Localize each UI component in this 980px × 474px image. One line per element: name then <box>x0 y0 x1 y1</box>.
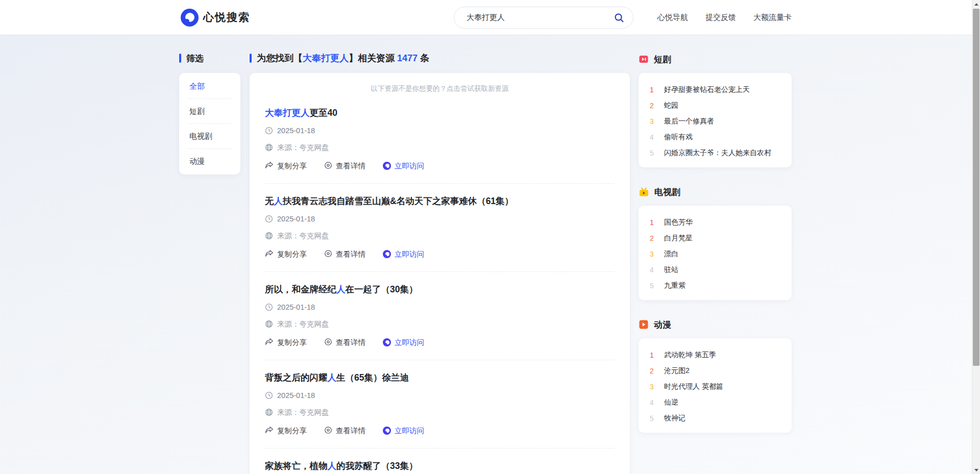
rank-list-item[interactable]: 2蛇园 <box>650 97 780 113</box>
rank-list-item[interactable]: 5牧神记 <box>650 410 780 426</box>
result-title[interactable]: 家族将亡，植物人的我苏醒了（33集） <box>265 460 615 472</box>
rank-list-item[interactable]: 1好孕甜妻被钻石老公宠上天 <box>650 82 780 97</box>
view-detail-button[interactable]: 查看详情 <box>324 161 365 171</box>
rank-item-title: 漂白 <box>664 250 678 259</box>
result-title-text: 人 <box>336 284 346 294</box>
header-nav: 心悦导航提交反馈大额流量卡 <box>657 0 792 35</box>
nav-link[interactable]: 大额流量卡 <box>753 13 792 22</box>
visit-button[interactable]: 立即访问 <box>383 161 424 171</box>
result-title-text: 背叛之后的闪耀 <box>265 372 328 383</box>
view-detail-button[interactable]: 查看详情 <box>324 250 365 259</box>
rank-header-动漫: 动漫 <box>639 318 792 331</box>
rank-list-item[interactable]: 5闪婚京圈太子爷：夫人她来自农村 <box>650 145 780 161</box>
results-list: 大奉打更人更至402025-01-18来源：夸克网盘复制分享查看详情立即访问无人… <box>265 95 615 474</box>
visit-icon <box>383 162 391 170</box>
rank-list-item[interactable]: 1武动乾坤 第五季 <box>650 347 780 363</box>
result-title-text: 在一起了（30集） <box>346 284 418 294</box>
clock-icon <box>265 303 273 311</box>
rank-list-item[interactable]: 1国色芳华 <box>650 214 780 230</box>
result-actions: 复制分享查看详情立即访问 <box>265 248 615 260</box>
share-icon <box>265 161 274 170</box>
view-detail-label: 查看详情 <box>336 250 365 259</box>
result-date-row: 2025-01-18 <box>265 126 615 136</box>
rank-list-item[interactable]: 4仙逆 <box>650 394 780 410</box>
rank-title: 动漫 <box>654 319 671 331</box>
rank-title: 短剧 <box>654 54 671 65</box>
result-title[interactable]: 无人扶我青云志我自踏雪至山巅&名动天下之家事难休（61集） <box>265 195 615 207</box>
filter-item-全部[interactable]: 全部 <box>188 74 232 99</box>
rank-item-title: 好孕甜妻被钻石老公宠上天 <box>664 85 750 94</box>
scroll-down-arrow-icon[interactable] <box>972 466 980 474</box>
filter-header: 筛选 <box>179 53 240 63</box>
rank-list-item[interactable]: 2沧元图2 <box>650 363 780 379</box>
nav-link[interactable]: 心悦导航 <box>657 13 688 22</box>
result-title-text: 大奉打更人 <box>265 108 310 118</box>
search-button[interactable] <box>611 12 633 23</box>
filter-item-电视剧[interactable]: 电视剧 <box>188 124 232 149</box>
results-header-middle: 】相关资源 <box>349 53 397 63</box>
result-title[interactable]: 所以，和金牌经纪人在一起了（30集） <box>265 283 615 295</box>
search-box <box>454 7 633 29</box>
results-card: 以下资源不是你想要的？点击尝试获取新资源 大奉打更人更至402025-01-18… <box>250 73 630 474</box>
rank-list-item[interactable]: 3漂白 <box>650 246 780 262</box>
scrollbar-thumb[interactable] <box>973 9 979 366</box>
rank-list-item[interactable]: 4驻站 <box>650 262 780 278</box>
visit-button[interactable]: 立即访问 <box>383 338 424 347</box>
visit-icon <box>383 250 391 258</box>
copy-share-button[interactable]: 复制分享 <box>265 250 307 259</box>
filter-item-动漫[interactable]: 动漫 <box>188 149 232 173</box>
scroll-up-arrow-icon[interactable] <box>972 0 980 8</box>
view-detail-button[interactable]: 查看详情 <box>324 426 365 436</box>
brand[interactable]: 心悦搜索 <box>181 8 250 27</box>
filter-panel: 筛选 全部短剧电视剧动漫 <box>179 53 240 174</box>
visit-button[interactable]: 立即访问 <box>383 250 424 259</box>
result-title[interactable]: 背叛之后的闪耀人生（65集）徐兰迪 <box>265 371 615 384</box>
rank-list-item[interactable]: 2白月梵星 <box>650 230 780 246</box>
search-input[interactable] <box>454 13 611 22</box>
rank-card-短剧: 1好孕甜妻被钻石老公宠上天2蛇园3最后一个修真者4偷听有戏5闪婚京圈太子爷：夫人… <box>639 73 792 167</box>
globe-icon <box>265 143 273 152</box>
result-source: 来源：夸克网盘 <box>277 408 329 417</box>
nav-link[interactable]: 提交反馈 <box>705 13 736 22</box>
results-header-suffix: 条 <box>418 53 429 63</box>
rank-number: 4 <box>650 266 657 274</box>
result-item: 无人扶我青云志我自踏雪至山巅&名动天下之家事难休（61集）2025-01-18来… <box>265 184 615 272</box>
scrollbar[interactable] <box>972 0 980 474</box>
rank-list-item[interactable]: 3最后一个修真者 <box>650 113 780 129</box>
rank-list-item[interactable]: 3时光代理人 英都篇 <box>650 379 780 394</box>
eye-icon <box>324 250 332 259</box>
view-detail-button[interactable]: 查看详情 <box>324 338 365 347</box>
copy-share-label: 复制分享 <box>277 161 307 171</box>
result-actions: 复制分享查看详情立即访问 <box>265 425 615 436</box>
rank-list-item[interactable]: 5九重紫 <box>650 278 780 293</box>
copy-share-button[interactable]: 复制分享 <box>265 161 307 171</box>
result-source: 来源：夸克网盘 <box>277 319 329 329</box>
result-title[interactable]: 大奉打更人更至40 <box>265 107 615 119</box>
filter-item-短剧[interactable]: 短剧 <box>188 99 232 124</box>
refresh-notice[interactable]: 以下资源不是你想要的？点击尝试获取新资源 <box>265 84 615 93</box>
share-icon <box>265 250 274 259</box>
visit-label: 立即访问 <box>395 161 424 171</box>
rank-number: 1 <box>650 86 657 94</box>
clock-icon <box>265 391 273 400</box>
rank-card-电视剧: 1国色芳华2白月梵星3漂白4驻站5九重紫 <box>639 206 792 300</box>
results-header-prefix: 为您找到【 <box>257 53 303 63</box>
result-item: 所以，和金牌经纪人在一起了（30集）2025-01-18来源：夸克网盘复制分享查… <box>265 272 615 360</box>
rank-number: 2 <box>650 234 657 242</box>
rank-list-item[interactable]: 4偷听有戏 <box>650 129 780 145</box>
copy-share-label: 复制分享 <box>277 426 307 436</box>
globe-icon <box>265 320 273 328</box>
copy-share-button[interactable]: 复制分享 <box>265 426 307 436</box>
globe-icon <box>265 232 273 240</box>
result-source-row: 来源：夸克网盘 <box>265 407 615 417</box>
visit-button[interactable]: 立即访问 <box>383 426 424 436</box>
globe-icon <box>265 408 273 416</box>
result-date: 2025-01-18 <box>277 127 315 135</box>
rank-item-title: 最后一个修真者 <box>664 117 714 126</box>
rank-item-title: 仙逆 <box>664 398 678 407</box>
rank-item-title: 国色芳华 <box>664 218 693 227</box>
result-date-row: 2025-01-18 <box>265 302 615 312</box>
copy-share-button[interactable]: 复制分享 <box>265 338 307 347</box>
rank-item-title: 沧元图2 <box>664 366 690 376</box>
result-title-text: 的我苏醒了（33集） <box>336 461 418 471</box>
